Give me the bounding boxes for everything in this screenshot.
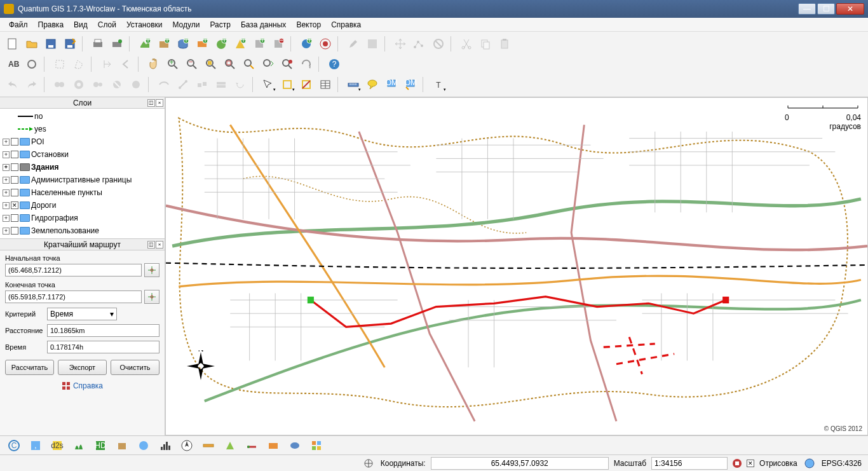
delete-selected-icon[interactable]: [430, 35, 447, 53]
select-polygon-icon[interactable]: [70, 55, 88, 73]
pick-end-button[interactable]: [144, 290, 159, 304]
export-button[interactable]: Экспорт: [58, 360, 107, 375]
close-route-icon[interactable]: ×: [156, 241, 163, 249]
expand-icon[interactable]: +: [3, 151, 10, 158]
help-icon[interactable]: ?: [325, 55, 343, 73]
plugin-delimited-text-icon[interactable]: ,: [27, 437, 44, 454]
end-point-input[interactable]: [5, 290, 142, 303]
add-vector-layer-icon[interactable]: +: [136, 35, 154, 53]
expand-icon[interactable]: +: [3, 215, 10, 222]
delete-part-icon[interactable]: [127, 76, 145, 93]
layer-checkbox[interactable]: [11, 163, 18, 171]
redo-icon[interactable]: [23, 76, 41, 93]
simplify-icon[interactable]: [51, 76, 69, 93]
route-help-link[interactable]: Справка: [5, 381, 159, 390]
layers-tree[interactable]: noyes+POI+Остановки+Здания+Административ…: [0, 109, 165, 239]
plugin-grass-icon[interactable]: [70, 437, 88, 454]
undock-route-icon[interactable]: ◫: [147, 241, 155, 249]
measure-icon[interactable]: ▾: [344, 76, 362, 93]
select-single-icon[interactable]: [23, 55, 41, 73]
refresh-icon[interactable]: [297, 55, 315, 73]
layer-item[interactable]: +POI: [0, 135, 165, 148]
new-bookmark-icon[interactable]: HOME: [383, 76, 400, 93]
plugin-roadgraph-icon[interactable]: [243, 437, 261, 454]
zoom-full-icon[interactable]: [202, 55, 220, 73]
start-point-input[interactable]: [5, 264, 142, 276]
layer-checkbox[interactable]: [11, 138, 18, 146]
zoom-first-icon[interactable]: [98, 55, 116, 73]
zoom-next-icon[interactable]: [278, 55, 296, 73]
labeling-icon[interactable]: ABC: [4, 55, 22, 73]
plugin-gdal-icon[interactable]: [113, 437, 131, 454]
layer-item[interactable]: +Гидрография: [0, 212, 165, 224]
calculate-button[interactable]: Рассчитать: [5, 360, 54, 375]
layer-checkbox[interactable]: ✕: [11, 201, 18, 209]
cut-features-icon[interactable]: [458, 35, 475, 53]
composer-manager-icon[interactable]: [108, 35, 126, 53]
zoom-out-icon[interactable]: −: [183, 55, 201, 73]
identify-icon[interactable]: ▾: [259, 76, 277, 93]
layer-item[interactable]: +Административные границы: [0, 174, 165, 186]
add-wfs-layer-icon[interactable]: +: [231, 35, 249, 53]
expand-icon[interactable]: +: [3, 189, 10, 196]
criterion-select[interactable]: Время▾: [47, 308, 117, 320]
add-raster-layer-icon[interactable]: +: [155, 35, 173, 53]
plugin-copyright-icon[interactable]: C: [5, 437, 23, 454]
layer-checkbox[interactable]: [11, 176, 18, 184]
add-ring-icon[interactable]: [70, 76, 88, 93]
pan-icon[interactable]: [145, 55, 163, 73]
layer-item[interactable]: +Остановки: [0, 148, 165, 161]
layer-item[interactable]: +✕Дороги: [0, 199, 165, 212]
plugin-georef-icon[interactable]: [135, 437, 153, 454]
deselect-icon[interactable]: [297, 76, 315, 93]
menu-edit[interactable]: Правка: [33, 19, 69, 31]
new-vector-layer-icon[interactable]: +: [250, 35, 268, 53]
plugin-spatialquery-icon[interactable]: HD: [92, 437, 109, 454]
save-edits-icon[interactable]: [363, 35, 381, 53]
menu-view[interactable]: Вид: [69, 19, 93, 31]
scale-value[interactable]: 1:34156: [651, 457, 728, 470]
layer-item[interactable]: yes: [0, 123, 165, 135]
toggle-extents-icon[interactable]: [362, 457, 376, 470]
expand-icon[interactable]: +: [3, 139, 10, 146]
add-part-icon[interactable]: [89, 76, 107, 93]
undo-icon[interactable]: [4, 76, 22, 93]
delete-ring-icon[interactable]: [108, 76, 126, 93]
zoom-selection-icon[interactable]: [221, 55, 239, 73]
close-panel-icon[interactable]: ×: [156, 99, 163, 107]
stop-render-icon[interactable]: [730, 457, 744, 470]
add-wms-layer-icon[interactable]: +: [212, 35, 230, 53]
plugin-ftools-icon[interactable]: [221, 437, 239, 454]
remove-layer-icon[interactable]: −: [269, 35, 287, 53]
plugin-spit-icon[interactable]: [286, 437, 304, 454]
plugin-spatiallite-icon[interactable]: [264, 437, 282, 454]
menu-vector[interactable]: Вектор: [291, 19, 326, 31]
add-postgis-layer-icon[interactable]: +: [174, 35, 192, 53]
plugin-histogram-icon[interactable]: [156, 437, 174, 454]
menu-settings[interactable]: Установки: [121, 19, 167, 31]
layer-checkbox[interactable]: [11, 151, 18, 158]
move-feature-icon[interactable]: [391, 35, 409, 53]
save-project-icon[interactable]: [42, 35, 60, 53]
layer-checkbox[interactable]: [11, 214, 18, 222]
menu-layer[interactable]: Слой: [93, 19, 121, 31]
layer-item[interactable]: +Землепользование: [0, 224, 165, 237]
text-annotation-icon[interactable]: T▾: [430, 76, 447, 93]
open-table-icon[interactable]: [316, 76, 334, 93]
maximize-button[interactable]: ☐: [817, 3, 835, 15]
expand-icon[interactable]: +: [3, 177, 10, 184]
plugin-scalebar-icon[interactable]: [200, 437, 217, 454]
open-project-icon[interactable]: [23, 35, 41, 53]
crs-status-icon[interactable]: [803, 457, 817, 470]
coords-value[interactable]: 65.4493,57.0932: [431, 457, 609, 470]
zoom-last-icon[interactable]: [259, 55, 277, 73]
show-bookmarks-icon[interactable]: HOME: [402, 76, 419, 93]
new-project-icon[interactable]: [4, 35, 22, 53]
add-spatialite-layer-icon[interactable]: +: [193, 35, 211, 53]
render-checkbox[interactable]: ✕: [747, 460, 754, 467]
copy-features-icon[interactable]: [477, 35, 494, 53]
toggle-editing-icon[interactable]: [344, 35, 362, 53]
map-tips-icon[interactable]: [363, 76, 381, 93]
merge-icon[interactable]: [193, 76, 211, 93]
close-button[interactable]: ✕: [836, 3, 864, 15]
